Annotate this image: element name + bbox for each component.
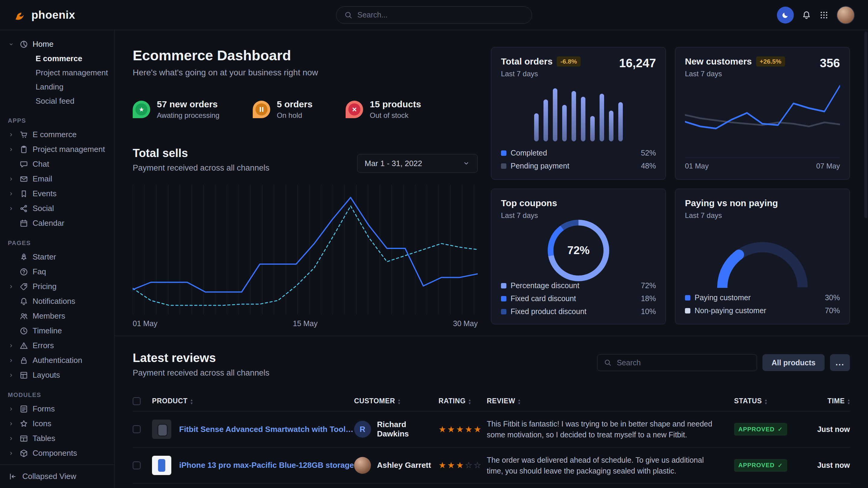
column-customer[interactable]: CUSTOMER▴▾ (354, 391, 438, 412)
column-time[interactable]: TIME▴▾ (811, 391, 850, 412)
sidebar-item-components[interactable]: Components (0, 446, 114, 461)
sidebar-item-chat[interactable]: Chat (0, 157, 114, 171)
star-rating: ★★★☆☆ (438, 460, 487, 470)
cart-icon (19, 130, 28, 139)
sidebar-item-timeline[interactable]: Timeline (0, 323, 114, 338)
sidebar: Home E commerce Project management Landi… (0, 30, 115, 488)
legend-item: Pending payment 48% (501, 162, 656, 170)
legend-item: Paying customer 30% (685, 293, 840, 302)
caret-right-icon (8, 176, 14, 182)
row-checkbox[interactable] (133, 461, 141, 469)
caret-right-icon (8, 343, 14, 349)
apps-menu-button[interactable] (819, 10, 829, 20)
sidebar-subitem-project-management[interactable]: Project management (0, 66, 114, 80)
collapse-sidebar-button[interactable]: Collapsed View (0, 464, 114, 488)
sidebar-item-faq[interactable]: Faq (0, 264, 114, 279)
sidebar-item-pricing[interactable]: Pricing (0, 279, 114, 294)
sidebar-item-layouts[interactable]: Layouts (0, 368, 114, 383)
column-status[interactable]: STATUS▴▾ (734, 391, 811, 412)
sidebar-subitem-ecommerce[interactable]: E commerce (0, 52, 114, 66)
warning-icon (19, 341, 28, 350)
close-icon: × (352, 105, 356, 113)
brand-name: phoenix (31, 9, 75, 22)
sidebar-item-ecommerce[interactable]: E commerce (0, 127, 114, 142)
column-rating[interactable]: RATING▴▾ (438, 391, 487, 412)
customer-name: Ashley Garrett (377, 461, 431, 470)
sort-icon: ▴▾ (765, 398, 767, 405)
bookmark-icon (19, 189, 28, 198)
product-link[interactable]: iPhone 13 pro max-Pacific Blue-128GB sto… (179, 461, 354, 470)
sidebar-item-members[interactable]: Members (0, 308, 114, 323)
search-icon (344, 11, 352, 19)
sidebar-subitem-landing[interactable]: Landing (0, 80, 114, 94)
sidebar-section-pages: PAGES (0, 240, 114, 247)
sidebar-item-calendar[interactable]: Calendar (0, 216, 114, 231)
layout-icon (19, 371, 28, 380)
total-sells-x-axis: 01 May 15 May 30 May (133, 319, 478, 328)
page-scrollbar[interactable] (864, 31, 867, 218)
column-review[interactable]: REVIEW▴▾ (487, 391, 734, 412)
notifications-button[interactable] (802, 10, 811, 20)
product-thumbnail (152, 420, 171, 439)
column-product[interactable]: PRODUCT▴▾ (152, 391, 354, 412)
global-search-input[interactable] (358, 10, 524, 19)
more-options-button[interactable]: ... (830, 354, 850, 371)
new-customers-x-axis: 01 May 07 May (685, 157, 840, 170)
all-products-button[interactable]: All products (763, 354, 825, 371)
select-all-checkbox[interactable] (133, 397, 141, 405)
sidebar-item-social[interactable]: Social (0, 201, 114, 216)
legend-item: Completed 52% (501, 149, 656, 157)
new-customers-badge: +26.5% (756, 56, 785, 67)
bell-icon (802, 10, 811, 20)
new-customers-card: New customers +26.5% Last 7 days 356 01 … (675, 47, 850, 180)
stats-row: ★ 57 new orders Awating processing 5 ord… (133, 99, 478, 120)
reviews-table: PRODUCT▴▾ CUSTOMER▴▾ RATING▴▾ REVIEW▴▾ S… (133, 391, 850, 488)
sidebar-item-authentication[interactable]: Authentication (0, 353, 114, 368)
sidebar-item-forms[interactable]: Forms (0, 401, 114, 416)
review-text: The order was delivered ahead of schedul… (487, 455, 734, 477)
user-avatar[interactable] (837, 6, 855, 24)
customer-avatar (354, 457, 371, 474)
sidebar-subitem-social-feed[interactable]: Social feed (0, 94, 114, 108)
legend-item: Fixed product discount 10% (501, 307, 656, 316)
sidebar-item-email[interactable]: Email (0, 171, 114, 186)
lock-icon (19, 356, 28, 365)
status-badge: APPROVED✓ (734, 423, 787, 435)
total-orders-bar-chart (501, 78, 656, 149)
row-checkbox[interactable] (133, 425, 141, 433)
legend-item: Fixed card discount 18% (501, 294, 656, 303)
users-icon (19, 312, 28, 321)
collapse-icon (8, 472, 17, 481)
reviews-search-input[interactable] (597, 354, 757, 371)
table-row: Fitbit Sense Advanced Smartwatch with To… (133, 412, 850, 448)
sidebar-item-errors[interactable]: Errors (0, 338, 114, 353)
reviews-title: Latest reviews (133, 351, 269, 365)
sort-icon: ▴▾ (469, 398, 471, 405)
moon-icon (781, 11, 789, 19)
total-sells-subtitle: Payment received across all channels (133, 163, 269, 173)
sidebar-item-icons[interactable]: Icons (0, 416, 114, 431)
pause-icon (260, 107, 263, 112)
share-icon (19, 204, 28, 213)
main-content: Ecommerce Dashboard Here's what's going … (115, 30, 868, 488)
sidebar-item-home[interactable]: Home (0, 37, 114, 52)
question-icon (19, 267, 28, 276)
on-hold-ribbon-icon (253, 101, 270, 118)
reviews-search (597, 354, 757, 371)
product-link[interactable]: Fitbit Sense Advanced Smartwatch with To… (179, 425, 354, 434)
out-of-stock-ribbon-icon: × (346, 101, 363, 118)
sidebar-item-events[interactable]: Events (0, 186, 114, 201)
theme-toggle-button[interactable] (777, 7, 794, 24)
brand[interactable]: phoenix (13, 8, 75, 22)
caret-right-icon (8, 357, 14, 363)
sidebar-item-notifications[interactable]: Notifications (0, 294, 114, 308)
page-title: Ecommerce Dashboard (133, 47, 478, 64)
form-icon (19, 404, 28, 414)
mail-icon (19, 174, 28, 184)
sidebar-item-starter[interactable]: Starter (0, 250, 114, 264)
date-range-select[interactable]: Mar 1 - 31, 2022 (357, 154, 478, 173)
calendar-icon (19, 219, 28, 228)
global-search (336, 6, 532, 24)
sidebar-item-tables[interactable]: Tables (0, 431, 114, 446)
sidebar-item-project-management[interactable]: Project management (0, 142, 114, 157)
